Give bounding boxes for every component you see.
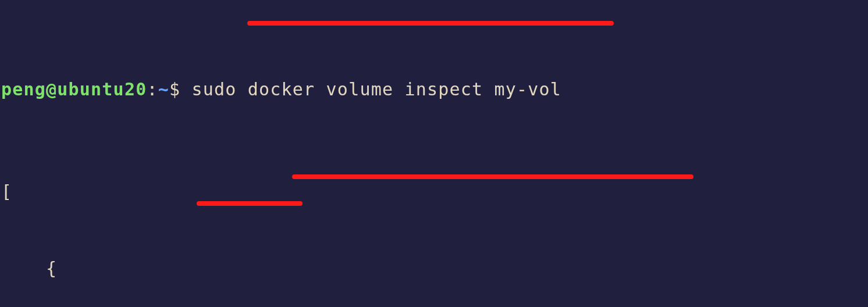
- output-open-bracket: [: [1, 179, 868, 205]
- at-sign: @: [46, 79, 57, 99]
- command-text: docker volume inspect my-vol: [248, 79, 561, 99]
- prompt-dollar: $: [169, 79, 192, 99]
- annotation-underline-name: [197, 201, 303, 206]
- prompt-line: peng@ubuntu20:~$ sudo docker volume insp…: [1, 51, 868, 128]
- prompt-colon: :: [147, 79, 158, 99]
- output-open-brace: {: [1, 256, 868, 281]
- annotation-underline-command: [247, 21, 614, 26]
- shell-host: ubuntu20: [57, 79, 147, 99]
- terminal[interactable]: peng@ubuntu20:~$ sudo docker volume insp…: [0, 0, 868, 307]
- annotation-underline-mountpoint: [292, 174, 693, 179]
- cwd-path: ~: [158, 79, 169, 99]
- command-sudo: sudo: [191, 79, 247, 99]
- shell-user: peng: [1, 79, 46, 99]
